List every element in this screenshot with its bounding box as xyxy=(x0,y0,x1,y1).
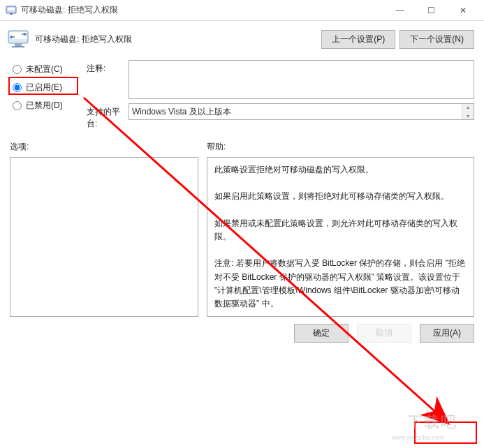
svg-rect-4 xyxy=(10,32,27,39)
help-panel: 此策略设置拒绝对可移动磁盘的写入权限。 如果启用此策略设置，则将拒绝对此可移动存… xyxy=(207,157,474,317)
radio-disabled[interactable]: 已禁用(D) xyxy=(10,96,87,114)
close-button[interactable]: ✕ xyxy=(447,1,478,20)
watermark-url: www.xiazaiba.com xyxy=(392,434,443,441)
apply-button[interactable]: 应用(A) xyxy=(420,324,474,343)
minimize-button[interactable]: — xyxy=(384,1,416,20)
radio-enabled-label: 已启用(E) xyxy=(26,82,62,94)
state-radio-group: 未配置(C) 已启用(E) 已禁用(D) xyxy=(10,60,87,114)
options-label: 选项: xyxy=(10,141,198,153)
scrollbar-stub[interactable]: ▴▾ xyxy=(462,104,474,119)
help-text: 此策略设置拒绝对可移动磁盘的写入权限。 如果启用此策略设置，则将拒绝对此可移动存… xyxy=(207,158,474,316)
supported-platform-value: Windows Vista 及以上版本 xyxy=(132,106,231,118)
cancel-button[interactable]: 取消 xyxy=(357,324,411,343)
next-setting-button[interactable]: 下一个设置(N) xyxy=(399,30,474,49)
radio-not-configured[interactable]: 未配置(C) xyxy=(10,60,87,78)
radio-not-configured-input[interactable] xyxy=(13,65,22,74)
supported-platform-box: Windows Vista 及以上版本 ▴▾ xyxy=(129,103,474,120)
annotation-highlight-apply xyxy=(414,421,477,444)
comment-label: 注释: xyxy=(87,60,129,75)
policy-icon xyxy=(7,28,29,50)
help-label: 帮助: xyxy=(207,141,474,153)
svg-rect-1 xyxy=(8,8,15,10)
header-row: 可移动磁盘: 拒绝写入权限 上一个设置(P) 下一个设置(N) xyxy=(0,21,484,57)
titlebar: 可移动磁盘: 拒绝写入权限 — ☐ ✕ xyxy=(0,0,484,21)
radio-disabled-input[interactable] xyxy=(13,101,22,110)
svg-rect-2 xyxy=(10,13,13,15)
maximize-button[interactable]: ☐ xyxy=(416,1,447,20)
radio-enabled-input[interactable] xyxy=(13,83,22,92)
watermark-text: 下载吧 xyxy=(407,412,457,433)
radio-not-configured-label: 未配置(C) xyxy=(26,64,63,75)
options-panel xyxy=(10,157,198,317)
platform-label: 支持的平台: xyxy=(87,103,129,130)
radio-disabled-label: 已禁用(D) xyxy=(26,100,63,112)
window-title: 可移动磁盘: 拒绝写入权限 xyxy=(21,4,384,16)
ok-button[interactable]: 确定 xyxy=(294,324,349,343)
policy-title: 可移动磁盘: 拒绝写入权限 xyxy=(35,33,317,45)
svg-rect-6 xyxy=(12,46,24,47)
comment-textarea[interactable] xyxy=(129,60,474,99)
radio-enabled[interactable]: 已启用(E) xyxy=(10,78,87,96)
previous-setting-button[interactable]: 上一个设置(P) xyxy=(321,30,395,49)
app-icon xyxy=(6,5,17,16)
dialog-footer: 确定 取消 应用(A) xyxy=(0,317,484,350)
